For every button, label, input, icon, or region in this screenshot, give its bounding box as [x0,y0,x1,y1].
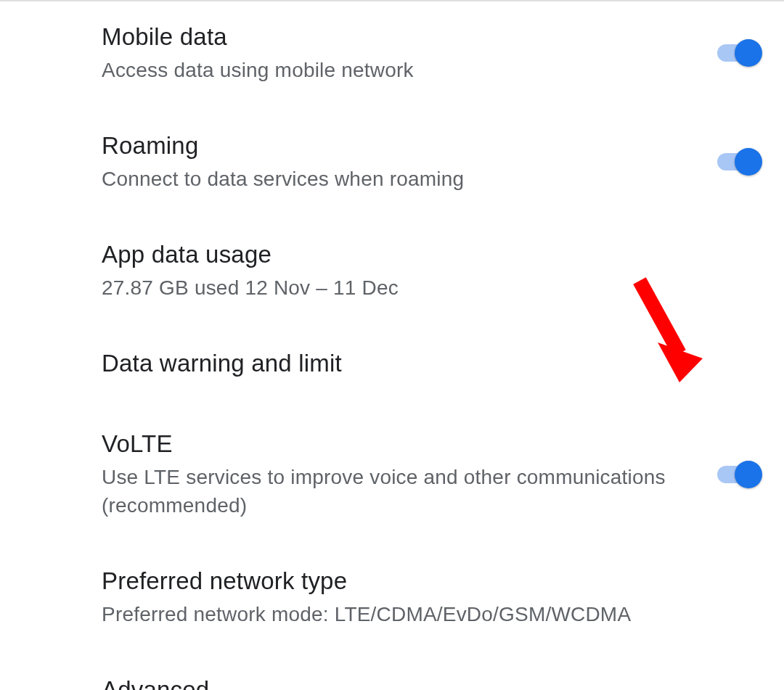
chevron-down-icon [32,686,54,690]
app-data-usage-row[interactable]: App data usage 27.87 GB used 12 Nov – 11… [102,239,759,348]
expand-icon-wrapper [29,675,102,690]
app-data-usage-title: App data usage [102,239,745,271]
volte-subtitle: Use LTE services to improve voice and ot… [102,463,703,519]
roaming-title: Roaming [102,131,703,162]
data-warning-limit-row[interactable]: Data warning and limit [102,348,759,429]
roaming-subtitle: Connect to data services when roaming [102,165,703,193]
roaming-text: Roaming Connect to data services when ro… [102,131,717,193]
mobile-data-subtitle: Access data using mobile network [102,56,703,84]
mobile-data-text: Mobile data Access data using mobile net… [102,22,717,84]
preferred-network-type-row[interactable]: Preferred network type Preferred network… [102,566,759,675]
preferred-network-type-text: Preferred network type Preferred network… [102,566,759,628]
app-data-usage-text: App data usage 27.87 GB used 12 Nov – 11… [102,239,759,302]
roaming-row[interactable]: Roaming Connect to data services when ro… [102,131,759,239]
volte-toggle[interactable] [717,466,759,483]
advanced-row[interactable]: Advanced Calling, System select, CDMA su… [29,675,759,690]
volte-title: VoLTE [102,429,703,460]
data-warning-limit-title: Data warning and limit [102,348,745,379]
advanced-text: Advanced Calling, System select, CDMA su… [102,675,759,690]
preferred-network-type-subtitle: Preferred network mode: LTE/CDMA/EvDo/GS… [102,600,745,628]
volte-text: VoLTE Use LTE services to improve voice … [102,429,717,519]
mobile-data-row[interactable]: Mobile data Access data using mobile net… [102,22,759,131]
toggle-thumb [735,148,762,176]
roaming-toggle[interactable] [717,153,759,171]
toggle-thumb [735,39,762,67]
data-warning-limit-text: Data warning and limit [102,348,759,379]
mobile-data-toggle[interactable] [717,44,759,62]
settings-list: Mobile data Access data using mobile net… [0,1,784,690]
advanced-title: Advanced [102,675,745,690]
toggle-thumb [735,461,762,488]
preferred-network-type-title: Preferred network type [102,566,745,597]
volte-row[interactable]: VoLTE Use LTE services to improve voice … [102,429,759,566]
app-data-usage-subtitle: 27.87 GB used 12 Nov – 11 Dec [102,274,745,302]
mobile-data-title: Mobile data [102,22,703,53]
